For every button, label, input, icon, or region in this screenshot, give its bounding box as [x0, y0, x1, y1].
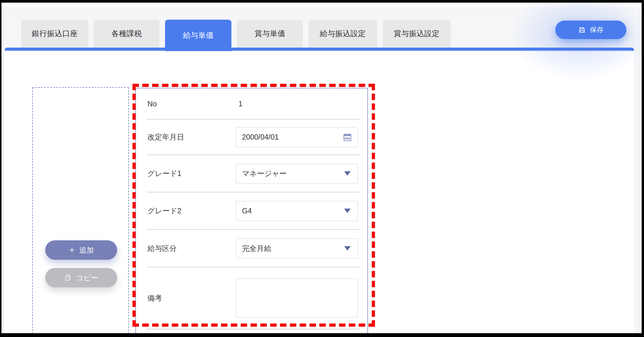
row-label-no: No [147, 100, 236, 108]
tab-taxation[interactable]: 各種課税 [94, 20, 159, 48]
page: 銀行振込口座 各種課税 給与単価 賞与単価 給与振込設定 賞与振込設定 保存 [1, 3, 642, 333]
add-button-label: 追加 [79, 245, 94, 255]
form-row-grade1: グレード1 マネージャー [136, 155, 367, 192]
grade1-select[interactable]: マネージャー [236, 164, 358, 184]
add-record-button[interactable]: 追加 [45, 240, 117, 260]
form-row-stub [136, 329, 367, 333]
copy-icon [64, 274, 72, 281]
row-label-remarks: 備考 [147, 293, 236, 303]
save-button-label: 保存 [590, 25, 603, 34]
row-value-no: 1 [236, 100, 243, 108]
app-window: 銀行振込口座 各種課税 給与単価 賞与単価 給与振込設定 賞与振込設定 保存 [0, 0, 644, 337]
row-label-salary-type: 給与区分 [147, 244, 236, 253]
tab-salary-unit-price[interactable]: 給与単価 [165, 20, 231, 51]
plus-icon [69, 247, 75, 253]
tab-bar: 銀行振込口座 各種課税 給与単価 賞与単価 給与振込設定 賞与振込設定 [21, 20, 450, 48]
save-button[interactable]: 保存 [555, 21, 626, 39]
floppy-disk-icon [578, 26, 586, 34]
dropdown-arrow-icon [344, 209, 351, 213]
tab-content-panel: 追加 コピー No 1 [5, 48, 634, 333]
tab-bonus-unit-price[interactable]: 賞与単価 [237, 20, 303, 48]
tab-salary-transfer-settings[interactable]: 給与振込設定 [308, 20, 377, 48]
grade2-selected-value: G4 [242, 207, 252, 215]
form-row-no: No 1 [136, 88, 367, 119]
salary-type-selected-value: 完全月給 [242, 244, 271, 253]
tab-bonus-transfer-settings[interactable]: 賞与振込設定 [383, 20, 450, 48]
form-row-salary-type: 給与区分 完全月給 [136, 229, 367, 267]
dropdown-arrow-icon [344, 246, 351, 251]
row-label-grade2: グレード2 [147, 206, 236, 216]
remarks-textarea[interactable] [236, 279, 358, 318]
revision-date-field[interactable] [236, 127, 358, 147]
form-row-remarks: 備考 [136, 267, 367, 329]
revision-date-input[interactable] [242, 133, 342, 141]
row-label-grade1: グレード1 [147, 169, 236, 178]
dropdown-arrow-icon [344, 171, 351, 176]
blue-underline-bar [5, 48, 634, 51]
window-top-strip [1, 3, 642, 8]
copy-record-button[interactable]: コピー [45, 268, 117, 287]
blue-underline-edge [5, 51, 634, 51]
row-label-revision-date: 改定年月日 [147, 132, 236, 142]
calendar-icon[interactable] [342, 132, 352, 142]
salary-type-select[interactable]: 完全月給 [236, 238, 358, 258]
grade2-select[interactable]: G4 [236, 201, 358, 221]
form-row-grade2: グレード2 G4 [136, 192, 367, 229]
record-list-panel: 追加 コピー [32, 87, 129, 333]
tab-header: 銀行振込口座 各種課税 給与単価 賞与単価 給与振込設定 賞与振込設定 保存 [1, 8, 642, 48]
copy-button-label: コピー [76, 273, 98, 283]
grade1-selected-value: マネージャー [242, 169, 287, 178]
tab-bank-transfer-account[interactable]: 銀行振込口座 [21, 20, 88, 48]
salary-unit-price-form: No 1 改定年月日 [135, 88, 368, 333]
form-row-revision-date: 改定年月日 [136, 119, 367, 155]
